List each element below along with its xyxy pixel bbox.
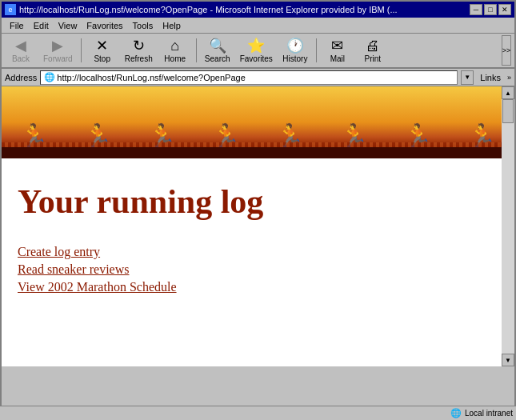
menu-favorites[interactable]: Favorites — [82, 19, 127, 32]
zone-label: Local intranet — [465, 409, 513, 418]
toolbar-right: >> — [502, 35, 511, 66]
nav-links: Create log entry Read sneaker reviews Vi… — [18, 245, 498, 294]
browser-content: 🏃 🏃 🏃 🏃 🏃 🏃 🏃 🏃 Your running log Create … — [2, 86, 514, 366]
page-content: Your running log Create log entry Read s… — [2, 158, 514, 310]
home-button[interactable]: ⌂ Home — [159, 35, 191, 66]
status-zone: 🌐 Local intranet — [450, 408, 513, 418]
status-bar: 🌐 Local intranet — [0, 406, 516, 420]
home-icon: ⌂ — [170, 38, 179, 53]
scroll-track[interactable] — [502, 99, 514, 354]
menu-bar: File Edit View Favorites Tools Help — [2, 18, 514, 34]
scroll-down-button[interactable]: ▼ — [502, 354, 514, 366]
create-log-entry-link[interactable]: Create log entry — [18, 245, 498, 259]
search-button[interactable]: 🔍 Search — [202, 35, 234, 66]
toolbar-overflow[interactable]: >> — [502, 35, 511, 66]
banner-ground — [2, 147, 514, 158]
menu-help[interactable]: Help — [158, 19, 186, 32]
forward-icon: ▶ — [52, 38, 63, 53]
app-icon: e — [5, 4, 16, 15]
history-button[interactable]: 🕐 History — [279, 35, 311, 66]
banner: 🏃 🏃 🏃 🏃 🏃 🏃 🏃 🏃 — [2, 86, 514, 158]
maximize-button[interactable]: □ — [484, 4, 497, 15]
refresh-icon: ↻ — [133, 38, 145, 53]
title-bar: e http://localhost/RunLog.nsf/welcome?Op… — [2, 2, 514, 18]
address-bar: Address 🌐 ▼ Links » — [2, 69, 514, 86]
page-title: Your running log — [18, 182, 498, 221]
menu-tools[interactable]: Tools — [128, 19, 158, 32]
minimize-button[interactable]: ─ — [470, 4, 482, 15]
links-chevron-icon: » — [507, 74, 511, 82]
close-button[interactable]: ✕ — [498, 4, 511, 15]
address-input[interactable] — [57, 73, 454, 82]
menu-view[interactable]: View — [54, 19, 82, 32]
mail-icon: ✉ — [331, 38, 343, 53]
toolbar-separator-1 — [81, 38, 82, 62]
zone-icon: 🌐 — [450, 408, 462, 418]
window-controls: ─ □ ✕ — [470, 4, 511, 15]
back-button[interactable]: ◀ Back — [5, 35, 37, 66]
scroll-thumb[interactable] — [502, 99, 514, 123]
forward-button[interactable]: ▶ Forward — [40, 35, 76, 66]
history-icon: 🕐 — [286, 38, 304, 53]
print-button[interactable]: 🖨 Print — [357, 35, 389, 66]
address-input-container: 🌐 — [40, 70, 458, 85]
scroll-up-button[interactable]: ▲ — [502, 86, 514, 99]
read-sneaker-reviews-link[interactable]: Read sneaker reviews — [18, 262, 498, 277]
back-icon: ◀ — [15, 38, 26, 53]
print-icon: 🖨 — [366, 38, 380, 53]
toolbar-separator-3 — [316, 38, 317, 62]
favorites-button[interactable]: ⭐ Favorites — [237, 35, 276, 66]
window-title: http://localhost/RunLog.nsf/welcome?Open… — [19, 5, 398, 14]
toolbar: ◀ Back ▶ Forward ✕ Stop ↻ Refresh ⌂ Home… — [2, 34, 514, 69]
menu-edit[interactable]: Edit — [29, 19, 54, 32]
address-dropdown[interactable]: ▼ — [461, 70, 474, 85]
stop-button[interactable]: ✕ Stop — [86, 35, 118, 66]
links-button[interactable]: Links — [477, 73, 504, 82]
view-marathon-schedule-link[interactable]: View 2002 Marathon Schedule — [18, 280, 498, 294]
mail-button[interactable]: ✉ Mail — [322, 35, 354, 66]
search-icon: 🔍 — [209, 38, 226, 53]
scrollbar[interactable]: ▲ ▼ — [502, 86, 514, 366]
menu-file[interactable]: File — [5, 19, 29, 32]
toolbar-separator-2 — [196, 38, 197, 62]
address-label: Address — [5, 73, 37, 82]
page-icon: 🌐 — [44, 72, 55, 82]
stop-icon: ✕ — [96, 38, 108, 53]
refresh-button[interactable]: ↻ Refresh — [122, 35, 156, 66]
favorites-icon: ⭐ — [247, 38, 265, 53]
